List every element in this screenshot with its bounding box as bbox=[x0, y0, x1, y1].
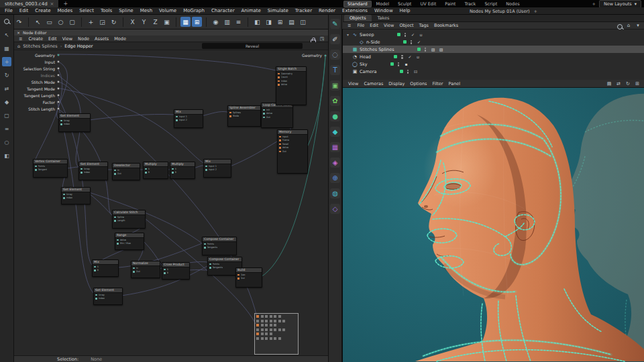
menu-edit[interactable]: Edit bbox=[16, 7, 32, 15]
home-icon[interactable]: ⌂ bbox=[625, 22, 633, 29]
layout-tab-script[interactable]: Script bbox=[480, 1, 501, 7]
breadcrumb-root[interactable]: Stitches Splines bbox=[23, 44, 58, 49]
collapsed-node[interactable] bbox=[265, 328, 268, 331]
node-port-dot[interactable] bbox=[80, 172, 83, 174]
collapsed-node[interactable] bbox=[274, 328, 276, 331]
menu-render[interactable]: Render bbox=[315, 7, 339, 15]
visibility-dot-render[interactable] bbox=[401, 57, 403, 59]
node-port-dot[interactable] bbox=[133, 267, 135, 269]
node-port-dot[interactable] bbox=[63, 194, 65, 196]
object-row-head[interactable]: ◔Head✓▫ bbox=[343, 53, 644, 60]
collapsed-node[interactable] bbox=[274, 337, 276, 340]
graph-node[interactable]: Get ElementArrayIndex bbox=[61, 187, 91, 204]
collapsed-node[interactable] bbox=[256, 337, 259, 340]
visibility-dot-editor[interactable] bbox=[405, 33, 407, 35]
collapsed-node[interactable] bbox=[270, 315, 272, 318]
node-port-dot[interactable] bbox=[278, 84, 280, 86]
add-layout-button[interactable]: + bbox=[592, 1, 596, 7]
visibility-dot-render[interactable] bbox=[411, 42, 413, 44]
graph-node[interactable]: Get ElementArrayIndex bbox=[78, 162, 108, 180]
node-port-dot[interactable] bbox=[263, 117, 265, 119]
graph-node[interactable]: RangeValueMin / Max bbox=[115, 233, 144, 250]
layout-custom-icon[interactable]: ▤ bbox=[286, 17, 297, 27]
node-port-dot[interactable] bbox=[176, 116, 178, 118]
collapsed-node[interactable] bbox=[270, 333, 272, 335]
vp-menu-display[interactable]: Display bbox=[386, 80, 407, 88]
collapsed-node[interactable] bbox=[261, 320, 264, 322]
node-port-dot[interactable] bbox=[204, 243, 206, 245]
torus-field-icon[interactable]: ◍ bbox=[330, 188, 340, 198]
node-port-dot[interactable] bbox=[278, 76, 280, 78]
volume-builder-icon[interactable]: ◆ bbox=[330, 127, 340, 137]
layers-icon[interactable]: ▤ bbox=[605, 80, 613, 87]
node-port-dot[interactable] bbox=[172, 172, 174, 174]
viewport-3d-canvas[interactable] bbox=[343, 88, 644, 362]
node-selection-group[interactable] bbox=[254, 313, 299, 355]
collapsed-node[interactable] bbox=[265, 333, 268, 335]
graph-node[interactable]: Compose ContainerPointsTangents bbox=[202, 237, 237, 255]
breadcrumb-current[interactable]: Edge Hopper bbox=[64, 44, 93, 49]
collapsed-node[interactable] bbox=[261, 315, 264, 318]
visibility-dots[interactable] bbox=[411, 40, 413, 44]
node-port-dot[interactable] bbox=[237, 274, 239, 276]
scale-icon[interactable]: ◲ bbox=[97, 17, 107, 27]
menu-volume[interactable]: Volume bbox=[156, 7, 180, 15]
node-port-dot[interactable] bbox=[205, 166, 207, 168]
menu-select[interactable]: Select bbox=[76, 7, 97, 15]
ne-menu-view[interactable]: View bbox=[60, 36, 75, 42]
node-port-dot[interactable] bbox=[263, 109, 265, 111]
collapsed-node[interactable] bbox=[261, 337, 264, 340]
node-port-dot[interactable] bbox=[35, 169, 37, 171]
node-port-dot[interactable] bbox=[209, 267, 211, 269]
menu-help[interactable]: Help bbox=[396, 7, 414, 15]
graph-node[interactable]: Spline AssemblerSplinesMode bbox=[227, 105, 261, 127]
enabled-toggle[interactable] bbox=[390, 62, 394, 66]
node-port-dot[interactable] bbox=[229, 115, 231, 117]
menu-mesh[interactable]: Mesh bbox=[137, 7, 156, 15]
frame-selection-icon[interactable]: ▢ bbox=[2, 111, 11, 120]
close-panel-icon[interactable]: × bbox=[17, 30, 20, 35]
sky-environment-icon[interactable]: ⊕ bbox=[330, 173, 340, 183]
node-port-dot[interactable] bbox=[114, 220, 116, 222]
collapsed-node[interactable] bbox=[278, 320, 281, 322]
vp-menu-cameras[interactable]: Cameras bbox=[361, 80, 386, 88]
node-port-dot[interactable] bbox=[279, 136, 281, 138]
menu-tools[interactable]: Tools bbox=[97, 7, 115, 15]
menu-file[interactable]: File bbox=[1, 7, 16, 15]
swap-connection-icon[interactable]: ⇄ bbox=[2, 84, 11, 93]
x-axis-lock-icon[interactable]: X bbox=[127, 17, 138, 27]
node-port-dot[interactable] bbox=[237, 278, 239, 280]
close-tab-icon[interactable]: × bbox=[50, 1, 54, 7]
graph-node[interactable]: Get ElementArrayIndex bbox=[58, 113, 91, 132]
ne-menu-edit[interactable]: Edit bbox=[46, 36, 60, 42]
pop-out-icon[interactable]: ◳ bbox=[318, 36, 326, 42]
node-port-dot[interactable] bbox=[209, 263, 211, 265]
poly-select-icon[interactable]: ▢ bbox=[67, 17, 77, 27]
collapsed-node[interactable] bbox=[256, 328, 259, 331]
grid-snap-icon[interactable]: ▦ bbox=[2, 44, 11, 53]
diamond-tool-icon[interactable]: ◆ bbox=[2, 97, 11, 107]
enabled-toggle[interactable] bbox=[397, 33, 400, 36]
collapsed-node[interactable] bbox=[274, 320, 276, 322]
node-port-dot[interactable] bbox=[279, 147, 281, 149]
camera-swap-icon[interactable]: ⇄ bbox=[614, 80, 623, 87]
node-port-dot[interactable] bbox=[145, 168, 147, 170]
material-node-icon[interactable]: ◇ bbox=[330, 204, 340, 214]
render-picture-viewer-icon[interactable]: ▥ bbox=[222, 17, 232, 27]
visibility-dots[interactable] bbox=[407, 70, 409, 74]
node-port-dot[interactable] bbox=[133, 271, 135, 273]
spline-primitive-icon[interactable]: ◌ bbox=[330, 50, 340, 60]
node-port-dot[interactable] bbox=[204, 247, 206, 249]
menu-animate[interactable]: Animate bbox=[238, 7, 264, 15]
dropdown-icon[interactable]: ▾ bbox=[634, 22, 642, 29]
node-port-dot[interactable] bbox=[94, 269, 96, 272]
visibility-dot-editor[interactable] bbox=[425, 48, 427, 50]
node-port-dot[interactable] bbox=[176, 119, 178, 121]
new-layouts-button[interactable]: New Layouts ▾ bbox=[599, 0, 641, 8]
object-tag-icon[interactable]: ✓ bbox=[416, 40, 422, 44]
object-row-sky[interactable]: ◯Sky▪ bbox=[343, 60, 644, 68]
collapsed-node[interactable] bbox=[278, 337, 281, 340]
visibility-dot-editor[interactable] bbox=[401, 55, 403, 57]
tab-takes[interactable]: Takes bbox=[372, 15, 395, 21]
visibility-dots[interactable] bbox=[405, 33, 407, 37]
